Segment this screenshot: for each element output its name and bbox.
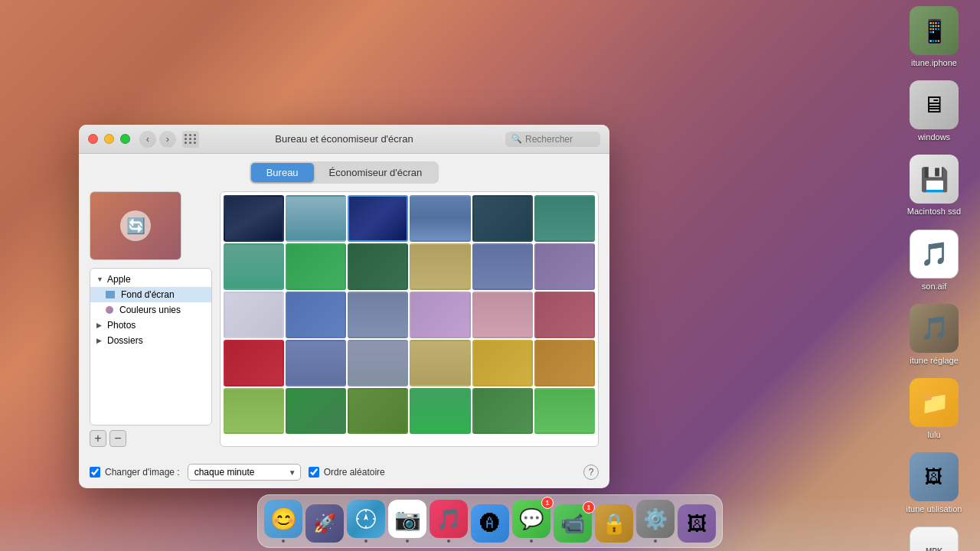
dock-item-facetime[interactable]: 📹 1 bbox=[554, 504, 592, 543]
dock-item-privacy[interactable]: 🔒 bbox=[595, 504, 633, 543]
back-button[interactable]: ‹ bbox=[139, 131, 156, 148]
navigation-buttons: ‹ › bbox=[139, 131, 199, 148]
wallpaper-thumbnail[interactable] bbox=[224, 195, 284, 242]
wallpaper-thumbnail[interactable] bbox=[286, 292, 346, 338]
desktop-icon-windows[interactable]: 🖥 windows bbox=[896, 74, 972, 148]
wallpaper-thumbnail[interactable] bbox=[410, 292, 470, 338]
wallpaper-thumbnail[interactable] bbox=[472, 292, 533, 338]
wallpaper-thumbnail[interactable] bbox=[410, 340, 470, 386]
dock-indicator bbox=[282, 540, 285, 543]
wallpaper-thumbnail[interactable] bbox=[348, 388, 408, 435]
minimize-button[interactable] bbox=[104, 134, 114, 144]
wallpaper-thumbnail[interactable] bbox=[534, 243, 595, 290]
expand-arrow-icon: ▶ bbox=[96, 337, 104, 344]
desktop-icon-son-aif[interactable]: 🎵 son.aif bbox=[896, 223, 972, 298]
wallpaper-thumbnail[interactable] bbox=[472, 388, 533, 435]
help-button[interactable]: ? bbox=[583, 465, 599, 480]
dock-item-photos[interactable]: 📷 bbox=[388, 500, 426, 543]
change-image-checkbox[interactable] bbox=[90, 467, 100, 478]
wallpaper-thumbnail[interactable] bbox=[410, 195, 470, 242]
wallpaper-thumbnail[interactable] bbox=[224, 388, 284, 435]
dock-inner: 😊 🚀 bbox=[257, 494, 723, 548]
remove-source-button[interactable]: − bbox=[109, 430, 126, 447]
title-bar: ‹ › Bureau et économis bbox=[79, 125, 609, 154]
dock-icon-facetime: 📹 1 bbox=[554, 504, 592, 543]
wallpaper-thumbnail[interactable] bbox=[286, 243, 346, 290]
sidebar-item-apple[interactable]: ▼ Apple bbox=[90, 272, 211, 287]
dock-icon-messages: 💬 1 bbox=[512, 500, 550, 538]
desktop: 📱 itune.iphone 🖥 windows 💾 Macintosh ssd… bbox=[0, 0, 980, 551]
wallpaper-thumbnail[interactable] bbox=[410, 388, 470, 435]
dock-icon-photos2: 🖼 bbox=[678, 504, 716, 543]
desktop-icon-itune-iphone[interactable]: 📱 itune.iphone bbox=[896, 0, 972, 74]
interval-dropdown[interactable]: chaque minute toutes les 5 minutes toute… bbox=[188, 464, 301, 481]
desktop-icon-lulu[interactable]: 📁 lulu bbox=[896, 372, 972, 446]
random-order-label: Ordre aléatoire bbox=[324, 467, 385, 478]
maximize-button[interactable] bbox=[120, 134, 130, 144]
dock-item-messages[interactable]: 💬 1 bbox=[512, 500, 550, 543]
wallpaper-thumbnail[interactable] bbox=[348, 195, 408, 242]
dock-icon-systemprefs: ⚙️ bbox=[636, 500, 675, 538]
window-controls bbox=[88, 134, 130, 144]
desktop-icon-label: lulu bbox=[927, 430, 940, 440]
add-source-button[interactable]: + bbox=[90, 430, 106, 447]
tab-bureau[interactable]: Bureau bbox=[251, 163, 314, 182]
wallpaper-thumbnail[interactable] bbox=[348, 340, 408, 386]
dock-item-systemprefs[interactable]: ⚙️ bbox=[636, 500, 675, 543]
random-order-checkbox[interactable] bbox=[309, 467, 319, 478]
wallpaper-thumbnail[interactable] bbox=[534, 388, 595, 435]
sidebar-item-fond-ecran[interactable]: Fond d'écran bbox=[90, 287, 211, 302]
desktop-icon-itune-reglage[interactable]: 🎵 itune réglage bbox=[896, 298, 972, 372]
dock-item-finder[interactable]: 😊 bbox=[264, 500, 302, 543]
random-order-group[interactable]: Ordre aléatoire bbox=[309, 467, 385, 478]
change-image-group[interactable]: Changer d'image : bbox=[90, 467, 180, 478]
wallpaper-grid-container[interactable] bbox=[220, 191, 599, 447]
color-dot-icon bbox=[106, 306, 113, 314]
dock-indicator bbox=[406, 540, 409, 543]
search-box[interactable]: 🔍 bbox=[505, 132, 600, 147]
dock-item-safari[interactable] bbox=[347, 500, 385, 543]
wallpaper-thumbnail[interactable] bbox=[286, 195, 346, 242]
wallpaper-thumbnail[interactable] bbox=[410, 243, 470, 290]
forward-button[interactable]: › bbox=[159, 131, 176, 148]
window-title: Bureau et économiseur d'écran bbox=[275, 133, 413, 145]
wallpaper-thumbnail[interactable] bbox=[224, 243, 284, 290]
wallpaper-thumbnail[interactable] bbox=[286, 340, 346, 386]
wallpaper-thumbnail[interactable] bbox=[348, 243, 408, 290]
close-button[interactable] bbox=[88, 134, 98, 144]
wallpaper-thumbnail[interactable] bbox=[224, 340, 284, 386]
wallpaper-thumbnail[interactable] bbox=[472, 195, 533, 242]
svg-marker-5 bbox=[364, 514, 368, 520]
wallpaper-grid bbox=[224, 195, 595, 434]
expand-arrow-icon: ▶ bbox=[96, 321, 104, 329]
sidebar-item-photos[interactable]: ▶ Photos bbox=[90, 318, 211, 333]
tab-economiseur[interactable]: Économiseur d'écran bbox=[314, 163, 438, 182]
grid-view-button[interactable] bbox=[182, 131, 199, 148]
search-input[interactable] bbox=[525, 134, 594, 145]
sidebar-item-label: Photos bbox=[107, 320, 136, 331]
dock-item-itunes[interactable]: 🎵 bbox=[430, 500, 468, 543]
dock-icon-launchpad: 🚀 bbox=[305, 504, 344, 543]
dock-item-launchpad[interactable]: 🚀 bbox=[305, 504, 344, 543]
wallpaper-thumbnail[interactable] bbox=[286, 388, 346, 435]
wallpaper-thumbnail[interactable] bbox=[224, 292, 284, 338]
wallpaper-preview: 🔄 bbox=[90, 191, 181, 260]
desktop-icon-label: windows bbox=[918, 132, 950, 142]
wallpaper-thumbnail[interactable] bbox=[534, 292, 595, 338]
wallpaper-thumbnail[interactable] bbox=[472, 243, 533, 290]
dock-item-appstore[interactable]: 🅐 bbox=[471, 504, 509, 543]
wallpaper-thumbnail[interactable] bbox=[534, 195, 595, 242]
main-content: 🔄 ▼ Apple Fond d'écran Couleurs bbox=[79, 191, 609, 458]
expand-arrow-icon: ▼ bbox=[96, 276, 104, 283]
wallpaper-thumbnail[interactable] bbox=[472, 340, 533, 386]
dock-item-photos2[interactable]: 🖼 bbox=[678, 504, 716, 543]
dock-icon-safari bbox=[347, 500, 385, 538]
preferences-window: ‹ › Bureau et économis bbox=[79, 125, 609, 488]
sidebar-item-dossiers[interactable]: ▶ Dossiers bbox=[90, 333, 211, 348]
wallpaper-thumbnail[interactable] bbox=[534, 340, 595, 386]
desktop-icon-area: 📱 itune.iphone 🖥 windows 💾 Macintosh ssd… bbox=[888, 0, 980, 551]
desktop-icon-macintosh[interactable]: 💾 Macintosh ssd bbox=[896, 148, 972, 223]
sidebar-item-couleurs-unies[interactable]: Couleurs unies bbox=[90, 302, 211, 318]
tab-group: Bureau Économiseur d'écran bbox=[250, 161, 439, 184]
wallpaper-thumbnail[interactable] bbox=[348, 292, 408, 338]
